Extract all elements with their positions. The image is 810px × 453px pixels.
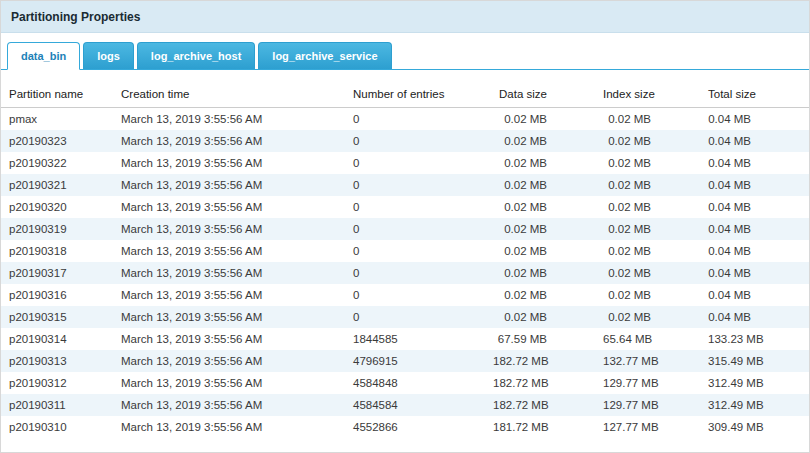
cell-partition-name: p20190311 — [1, 394, 113, 416]
cell-total-size: 0.04 MB — [700, 240, 810, 262]
table-row[interactable]: p20190318March 13, 2019 3:55:56 AM00.02 … — [1, 240, 810, 262]
cell-index-size: 0.02 MB — [595, 284, 700, 306]
cell-index-size: 129.77 MB — [595, 394, 700, 416]
cell-entries: 4584584 — [345, 394, 485, 416]
partitions-table: Partition name Creation time Number of e… — [1, 82, 810, 438]
cell-total-size: 0.04 MB — [700, 130, 810, 152]
cell-total-size: 312.49 MB — [700, 372, 810, 394]
table-body: pmaxMarch 13, 2019 3:55:56 AM00.02 MB0.0… — [1, 108, 810, 439]
cell-index-size: 127.77 MB — [595, 416, 700, 438]
cell-index-size: 0.02 MB — [595, 240, 700, 262]
cell-index-size: 0.02 MB — [595, 152, 700, 174]
cell-total-size: 0.04 MB — [700, 152, 810, 174]
table-row[interactable]: p20190317March 13, 2019 3:55:56 AM00.02 … — [1, 262, 810, 284]
cell-partition-name: p20190310 — [1, 416, 113, 438]
cell-entries: 4796915 — [345, 350, 485, 372]
cell-total-size: 0.04 MB — [700, 262, 810, 284]
cell-data-size: 182.72 MB — [485, 350, 595, 372]
cell-total-size: 315.49 MB — [700, 350, 810, 372]
cell-creation-time: March 13, 2019 3:55:56 AM — [113, 130, 345, 152]
cell-entries: 0 — [345, 108, 485, 131]
cell-data-size: 0.02 MB — [485, 152, 595, 174]
cell-entries: 4552866 — [345, 416, 485, 438]
cell-partition-name: pmax — [1, 108, 113, 131]
cell-total-size: 0.04 MB — [700, 108, 810, 131]
column-header-data-size[interactable]: Data size — [485, 82, 595, 108]
cell-data-size: 182.72 MB — [485, 394, 595, 416]
cell-entries: 0 — [345, 152, 485, 174]
cell-total-size: 0.04 MB — [700, 284, 810, 306]
table-header-row: Partition name Creation time Number of e… — [1, 82, 810, 108]
table-row[interactable]: p20190323March 13, 2019 3:55:56 AM00.02 … — [1, 130, 810, 152]
cell-partition-name: p20190321 — [1, 174, 113, 196]
cell-creation-time: March 13, 2019 3:55:56 AM — [113, 108, 345, 131]
tab-data_bin[interactable]: data_bin — [7, 42, 80, 70]
cell-total-size: 0.04 MB — [700, 196, 810, 218]
cell-entries: 0 — [345, 262, 485, 284]
cell-entries: 0 — [345, 218, 485, 240]
cell-entries: 0 — [345, 284, 485, 306]
cell-data-size: 0.02 MB — [485, 108, 595, 131]
cell-total-size: 0.04 MB — [700, 306, 810, 328]
table-row[interactable]: p20190319March 13, 2019 3:55:56 AM00.02 … — [1, 218, 810, 240]
cell-creation-time: March 13, 2019 3:55:56 AM — [113, 218, 345, 240]
cell-partition-name: p20190318 — [1, 240, 113, 262]
cell-index-size: 0.02 MB — [595, 174, 700, 196]
cell-total-size: 312.49 MB — [700, 394, 810, 416]
cell-partition-name: p20190312 — [1, 372, 113, 394]
cell-data-size: 0.02 MB — [485, 174, 595, 196]
table-row[interactable]: p20190314March 13, 2019 3:55:56 AM184458… — [1, 328, 810, 350]
cell-creation-time: March 13, 2019 3:55:56 AM — [113, 328, 345, 350]
column-header-creation-time[interactable]: Creation time — [113, 82, 345, 108]
cell-index-size: 0.02 MB — [595, 130, 700, 152]
cell-data-size: 0.02 MB — [485, 240, 595, 262]
table-row[interactable]: p20190310March 13, 2019 3:55:56 AM455286… — [1, 416, 810, 438]
cell-creation-time: March 13, 2019 3:55:56 AM — [113, 262, 345, 284]
cell-partition-name: p20190314 — [1, 328, 113, 350]
tab-log_archive_host[interactable]: log_archive_host — [137, 42, 255, 69]
cell-entries: 0 — [345, 174, 485, 196]
column-header-total-size[interactable]: Total size — [700, 82, 810, 108]
cell-data-size: 182.72 MB — [485, 372, 595, 394]
cell-entries: 0 — [345, 196, 485, 218]
table-row[interactable]: p20190311March 13, 2019 3:55:56 AM458458… — [1, 394, 810, 416]
cell-index-size: 129.77 MB — [595, 372, 700, 394]
cell-data-size: 0.02 MB — [485, 196, 595, 218]
column-header-entries[interactable]: Number of entries — [345, 82, 485, 108]
panel-title: Partitioning Properties — [1, 1, 809, 33]
cell-creation-time: March 13, 2019 3:55:56 AM — [113, 152, 345, 174]
table-row[interactable]: p20190321March 13, 2019 3:55:56 AM00.02 … — [1, 174, 810, 196]
table-row[interactable]: pmaxMarch 13, 2019 3:55:56 AM00.02 MB0.0… — [1, 108, 810, 131]
cell-creation-time: March 13, 2019 3:55:56 AM — [113, 306, 345, 328]
cell-entries: 0 — [345, 306, 485, 328]
cell-index-size: 0.02 MB — [595, 108, 700, 131]
table-row[interactable]: p20190315March 13, 2019 3:55:56 AM00.02 … — [1, 306, 810, 328]
cell-partition-name: p20190322 — [1, 152, 113, 174]
cell-data-size: 0.02 MB — [485, 284, 595, 306]
cell-partition-name: p20190317 — [1, 262, 113, 284]
cell-creation-time: March 13, 2019 3:55:56 AM — [113, 196, 345, 218]
partitioning-properties-panel: Partitioning Properties data_bin logs lo… — [0, 0, 810, 453]
table-row[interactable]: p20190322March 13, 2019 3:55:56 AM00.02 … — [1, 152, 810, 174]
tab-logs[interactable]: logs — [83, 42, 134, 69]
cell-creation-time: March 13, 2019 3:55:56 AM — [113, 350, 345, 372]
cell-data-size: 67.59 MB — [485, 328, 595, 350]
cell-index-size: 0.02 MB — [595, 306, 700, 328]
table-row[interactable]: p20190320March 13, 2019 3:55:56 AM00.02 … — [1, 196, 810, 218]
cell-creation-time: March 13, 2019 3:55:56 AM — [113, 284, 345, 306]
cell-partition-name: p20190323 — [1, 130, 113, 152]
table-row[interactable]: p20190313March 13, 2019 3:55:56 AM479691… — [1, 350, 810, 372]
tab-log_archive_service[interactable]: log_archive_service — [258, 42, 391, 69]
cell-entries: 1844585 — [345, 328, 485, 350]
column-header-partition-name[interactable]: Partition name — [1, 82, 113, 108]
cell-creation-time: March 13, 2019 3:55:56 AM — [113, 372, 345, 394]
cell-data-size: 0.02 MB — [485, 130, 595, 152]
column-header-index-size[interactable]: Index size — [595, 82, 700, 108]
cell-total-size: 309.49 MB — [700, 416, 810, 438]
cell-partition-name: p20190320 — [1, 196, 113, 218]
table-row[interactable]: p20190312March 13, 2019 3:55:56 AM458484… — [1, 372, 810, 394]
table-row[interactable]: p20190316March 13, 2019 3:55:56 AM00.02 … — [1, 284, 810, 306]
cell-partition-name: p20190319 — [1, 218, 113, 240]
cell-data-size: 0.02 MB — [485, 306, 595, 328]
cell-partition-name: p20190315 — [1, 306, 113, 328]
